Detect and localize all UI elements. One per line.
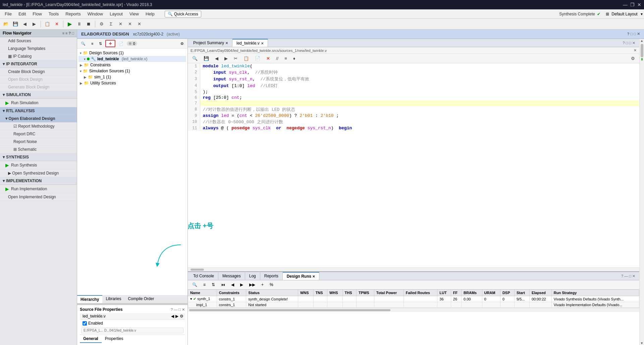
tree-design-sources[interactable]: ▾ 📁 Design Sources (1) (78, 50, 186, 56)
toolbar-undo-btn[interactable]: ◀ (21, 20, 29, 28)
menu-window[interactable]: Window (84, 10, 106, 17)
nav-item-open-block-design[interactable]: Open Block Design (0, 76, 77, 83)
nav-item-report-methodology[interactable]: ☑ Report Methodology (0, 123, 77, 130)
nav-item-run-implementation[interactable]: ▶ Run Implementation (0, 185, 77, 193)
nav-item-open-implemented-design[interactable]: Open Implemented Design (0, 193, 77, 201)
bottom-scrollbar-h[interactable] (188, 308, 639, 312)
code-line-content-2[interactable]: input sys_clk, //系统时钟 (200, 69, 639, 76)
tab-properties[interactable]: Properties (102, 335, 127, 343)
editor-format-btn[interactable]: ≡ (282, 55, 289, 62)
sources-sort-btn[interactable]: ⇅ (97, 41, 104, 47)
nav-section-implementation[interactable]: ▾ IMPLEMENTATION (0, 177, 77, 185)
code-line-content-8[interactable]: //对计数器的值进行判断，以输出 LED 的状态 (200, 106, 639, 113)
code-scrollbar-v[interactable]: ▲ ▼ (639, 39, 644, 345)
nav-section-synthesis[interactable]: ▾ SYNTHESIS (0, 153, 77, 161)
code-line-content-4[interactable]: output [1:0] led //LED灯 (200, 82, 639, 89)
nav-item-open-elaborated-design[interactable]: ▾ Open Elaborated Design (0, 115, 77, 123)
nav-item-language-templates[interactable]: Language Templates (0, 45, 77, 53)
dr-percent-btn[interactable]: % (267, 281, 276, 288)
menu-tools[interactable]: Tools (45, 10, 62, 17)
led-twinkle-tab-close[interactable]: ✕ (261, 42, 264, 45)
menu-reports[interactable]: Reports (62, 10, 84, 17)
file-props-gear[interactable]: ⚙ (180, 314, 183, 319)
sources-add-btn[interactable]: + (105, 40, 115, 47)
dr-next-btn[interactable]: ▶▶ (247, 281, 258, 288)
toolbar-delete-btn[interactable]: ✕ (53, 20, 61, 28)
menu-edit[interactable]: Edit (15, 10, 29, 17)
dr-filter-btn[interactable]: ≡ (201, 281, 208, 288)
editor-scrollbar-h[interactable] (188, 267, 639, 271)
toolbar-save-btn[interactable]: 💾 (11, 20, 19, 28)
nav-item-report-drc[interactable]: Report DRC (0, 130, 77, 138)
enabled-checkbox[interactable] (83, 321, 87, 326)
toolbar-x1-btn[interactable]: ✕ (116, 20, 124, 28)
quick-access-bar[interactable]: 🔍 Quick Access (165, 11, 201, 17)
tab-libraries[interactable]: Libraries (102, 295, 124, 303)
tab-compile-order[interactable]: Compile Order (124, 295, 157, 303)
file-props-back[interactable]: ◀ (171, 314, 174, 319)
tree-utility-sources[interactable]: ▶ 📁 Utility Sources (78, 80, 186, 86)
nav-item-run-synthesis[interactable]: ▶ Run Synthesis (0, 161, 77, 169)
nav-item-report-noise[interactable]: Report Noise (0, 138, 77, 146)
menu-layout[interactable]: Layout (106, 10, 126, 17)
editor-tab-led-twinkle[interactable]: led_twinkle.v ✕ (232, 39, 268, 47)
nav-item-open-synthesized-design[interactable]: ▶ Open Synthesized Design (0, 169, 77, 177)
code-line-content-1[interactable]: module led_twinkle( (200, 63, 639, 69)
toolbar-x3-btn[interactable]: ✕ (135, 20, 143, 28)
toolbar-run-btn[interactable]: ▶ (66, 20, 74, 28)
editor-search-btn[interactable]: 🔍 (190, 55, 200, 62)
code-line-content-6[interactable]: reg [25:0] cnt; (200, 95, 639, 100)
editor-comment-btn[interactable]: // (274, 55, 281, 62)
toolbar-x2-btn[interactable]: ✕ (126, 20, 134, 28)
btab-tcl-console[interactable]: Tcl Console (189, 272, 218, 280)
sources-search-btn[interactable]: 🔍 (78, 41, 88, 47)
editor-bookmark-btn[interactable]: ♦ (291, 55, 298, 62)
tree-constraints[interactable]: ▶ 📁 Constraints (78, 62, 186, 68)
tree-sim1[interactable]: ▶ 📁 sim_1 (1) (78, 74, 186, 80)
scrollbar-down[interactable]: ▼ (640, 341, 644, 345)
dr-add-btn[interactable]: + (259, 281, 266, 288)
toolbar-copy-btn[interactable]: 📋 (43, 20, 51, 28)
layout-selector[interactable]: ⊞ Default Layout ▾ (606, 12, 643, 16)
nav-section-ip-integrator[interactable]: ▾ IP INTEGRATOR (0, 60, 77, 68)
nav-section-simulation[interactable]: ▾ SIMULATION (0, 91, 77, 99)
editor-path-close[interactable]: ✕ (634, 48, 637, 53)
menu-file[interactable]: File (1, 10, 15, 17)
toolbar-pause-btn[interactable]: ⏸ (75, 20, 83, 28)
tab-hierarchy[interactable]: Hierarchy (77, 295, 102, 303)
nav-section-rtl-analysis[interactable]: ▾ RTL ANALYSIS (0, 107, 77, 115)
editor-save-btn[interactable]: 💾 (201, 55, 211, 62)
editor-forward-btn[interactable]: ▶ (222, 55, 230, 62)
menu-help[interactable]: Help (142, 10, 158, 17)
code-line-content-7[interactable] (200, 100, 639, 106)
code-line-content-9[interactable]: assign led = (cnt < 26'd2500_0000) ? 2'b… (200, 113, 639, 119)
code-line-content-3[interactable]: input sys_rst_n, //系统复位，低电平有效 (200, 76, 639, 82)
restore-button[interactable]: ❐ (630, 2, 635, 7)
sources-filter-btn[interactable]: ≡ (89, 41, 96, 47)
editor-cut-btn[interactable]: ✂ (231, 55, 240, 62)
editor-paste-btn[interactable]: 📄 (253, 55, 263, 62)
toolbar-redo-btn[interactable]: ▶ (30, 20, 38, 28)
toolbar-sigma-btn[interactable]: Σ (107, 20, 115, 28)
btab-design-runs[interactable]: Design Runs ✕ (283, 272, 320, 280)
dr-prev-btn[interactable]: ◀ (229, 281, 236, 288)
minimize-button[interactable]: — (623, 2, 628, 7)
dr-play-btn[interactable]: ▶ (238, 281, 246, 288)
editor-copy-btn[interactable]: 📋 (241, 55, 251, 62)
code-content[interactable]: 1 module led_twinkle( 2 input sys_clk, /… (188, 63, 639, 267)
nav-item-add-sources[interactable]: Add Sources (0, 37, 77, 45)
btab-reports[interactable]: Reports (260, 272, 283, 280)
design-runs-table-container[interactable]: Name Constraints Status WNS TNS WHS THS … (188, 289, 639, 308)
design-run-row-impl1[interactable]: impl_1 constrs_1 Not started (188, 302, 639, 308)
editor-tab-project-summary[interactable]: Project Summary ✕ (189, 39, 232, 47)
toolbar-open-btn[interactable]: 📂 (2, 20, 10, 28)
code-line-content-5[interactable]: ); (200, 89, 639, 95)
code-line-content-10[interactable]: //计数器在 0~5000_000 之间进行计数 (200, 119, 639, 125)
nav-item-ip-catalog[interactable]: ▦ IP Catalog (0, 53, 77, 60)
dr-sort-btn[interactable]: ⇅ (209, 281, 217, 288)
menu-view[interactable]: View (126, 10, 142, 17)
toolbar-settings-btn[interactable]: ⚙ (98, 20, 106, 28)
menu-flow[interactable]: Flow (29, 10, 45, 17)
tab-general[interactable]: General (80, 335, 102, 343)
nav-item-generate-block-design[interactable]: Generate Block Design (0, 83, 77, 91)
